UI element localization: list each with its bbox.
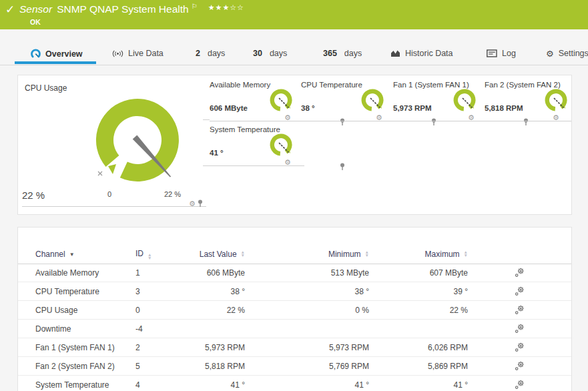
priority-stars[interactable]: ★★★☆☆ bbox=[208, 3, 244, 12]
table-row[interactable]: Available Memory 1 606 MByte 513 MByte 6… bbox=[18, 264, 571, 282]
cell-minimum: 38 ° bbox=[245, 287, 369, 296]
gauge-zero-notch bbox=[108, 164, 116, 174]
cell-minimum: 5,769 RPM bbox=[245, 362, 369, 371]
sort-icon: ▲▼ bbox=[464, 251, 468, 258]
tile-value: 606 MByte bbox=[210, 104, 248, 112]
tile-title: Available Memory bbox=[210, 81, 270, 89]
sensor-title: SNMP QNAP System Health bbox=[57, 3, 189, 15]
status-ok-check-icon: ✓ bbox=[5, 3, 15, 17]
column-header-id[interactable]: ID▲▼ bbox=[135, 249, 176, 260]
tab-overview-label: Overview bbox=[45, 49, 83, 59]
channel-settings-icon[interactable] bbox=[515, 380, 525, 390]
table-row[interactable]: CPU Usage 0 22 % 0 % 22 % bbox=[18, 301, 571, 320]
table-row[interactable]: System Temperature 4 41 ° 41 ° 41 ° bbox=[18, 376, 571, 391]
cell-channel[interactable]: CPU Usage bbox=[18, 306, 135, 315]
tab-historic-data-label: Historic Data bbox=[405, 49, 453, 58]
tab-log[interactable]: Log bbox=[487, 49, 516, 58]
cell-channel[interactable]: Downtime bbox=[18, 324, 135, 334]
tab-historic-data[interactable]: Historic Data bbox=[390, 49, 453, 58]
gear-icon[interactable]: ⚙ bbox=[284, 159, 291, 166]
channel-settings-icon[interactable] bbox=[515, 268, 525, 278]
tab-2-days-unit: days bbox=[208, 49, 225, 58]
gear-icon[interactable]: ⚙ bbox=[553, 114, 559, 121]
column-header-minimum[interactable]: Minimum ▲▼ bbox=[245, 250, 369, 259]
channel-settings-icon[interactable] bbox=[515, 361, 525, 371]
tab-365-days-unit: days bbox=[344, 49, 362, 58]
table-row[interactable]: CPU Temperature 3 38 ° 38 ° 39 ° bbox=[18, 282, 571, 301]
gauge-tile-cpu-temperature: CPU Temperature 38 ° ⚙ bbox=[301, 81, 396, 129]
gear-icon[interactable]: ⚙ bbox=[189, 200, 196, 208]
small-gauge bbox=[265, 85, 297, 117]
table-header-row: Channel ▼ ID▲▼ Last Value ▲▼ Minimum ▲▼ … bbox=[18, 245, 571, 264]
table-row[interactable]: Fan 2 (System FAN 2) 5 5,818 RPM 5,769 R… bbox=[18, 357, 571, 376]
small-gauge bbox=[356, 85, 388, 117]
cpu-tile-actions: ⚙ bbox=[189, 200, 203, 208]
table-row[interactable]: Fan 1 (System FAN 1) 2 5,973 RPM 5,973 R… bbox=[18, 338, 571, 357]
cell-minimum: 41 ° bbox=[245, 380, 369, 390]
column-header-channel[interactable]: Channel ▼ bbox=[18, 250, 135, 259]
x-marker-icon bbox=[98, 171, 102, 175]
gauge-tile-available-memory: Available Memory 606 MByte ⚙ bbox=[210, 81, 304, 129]
cell-maximum: 39 ° bbox=[369, 287, 468, 296]
tab-365-days[interactable]: 365 days bbox=[323, 49, 362, 58]
cell-id: -4 bbox=[135, 324, 176, 334]
tab-overview[interactable]: Overview bbox=[31, 49, 83, 59]
tab-30-days-unit: days bbox=[270, 49, 287, 58]
small-gauge bbox=[540, 85, 572, 117]
cell-minimum: 5,973 RPM bbox=[245, 343, 369, 352]
cpu-gauge-scale-min: 0 bbox=[107, 190, 111, 198]
column-label: Minimum bbox=[328, 250, 361, 259]
log-list-icon bbox=[487, 49, 497, 57]
channels-table-panel: Channel ▼ ID▲▼ Last Value ▲▼ Minimum ▲▼ … bbox=[17, 227, 572, 391]
gear-icon[interactable]: ⚙ bbox=[468, 114, 475, 121]
gauge-tile-fan-2: Fan 2 (System FAN 2) 5,818 RPM ⚙ bbox=[485, 81, 571, 129]
channel-settings-icon[interactable] bbox=[515, 286, 525, 296]
cpu-gauge-scale-max: 22 % bbox=[164, 190, 181, 198]
tab-2-days[interactable]: 2 days bbox=[196, 49, 225, 58]
area-chart-icon bbox=[390, 49, 400, 57]
channel-settings-icon[interactable] bbox=[515, 305, 525, 315]
tab-30-days-number: 30 bbox=[253, 49, 262, 58]
divider bbox=[22, 206, 206, 207]
gear-icon[interactable]: ⚙ bbox=[284, 114, 291, 121]
cell-channel[interactable]: Fan 1 (System FAN 1) bbox=[18, 343, 135, 352]
cell-id: 3 bbox=[135, 287, 176, 296]
cpu-usage-value: 22 % bbox=[22, 189, 45, 201]
cell-channel[interactable]: CPU Temperature bbox=[18, 287, 135, 296]
column-header-maximum[interactable]: Maximum ▲▼ bbox=[369, 250, 468, 259]
tile-value: 5,973 RPM bbox=[393, 104, 432, 112]
pin-icon[interactable] bbox=[340, 163, 345, 171]
cell-id: 0 bbox=[135, 306, 176, 315]
small-gauge bbox=[265, 129, 297, 161]
gauge-tile-fan-1: Fan 1 (System FAN 1) 5,973 RPM ⚙ bbox=[393, 81, 488, 129]
cell-last-value: 38 ° bbox=[176, 287, 245, 296]
gear-icon[interactable]: ⚙ bbox=[376, 114, 382, 121]
channel-settings-icon[interactable] bbox=[515, 324, 525, 334]
cell-channel[interactable]: Fan 2 (System FAN 2) bbox=[18, 362, 135, 371]
pin-icon[interactable] bbox=[198, 200, 203, 208]
cell-channel[interactable]: System Temperature bbox=[18, 380, 135, 390]
column-label: ID bbox=[135, 249, 143, 258]
cell-maximum: 41 ° bbox=[369, 380, 468, 390]
channel-settings-icon[interactable] bbox=[515, 342, 525, 352]
cell-last-value: 5,818 RPM bbox=[176, 362, 245, 371]
table-body: Available Memory 1 606 MByte 513 MByte 6… bbox=[18, 264, 571, 391]
sort-icon: ▲▼ bbox=[148, 254, 152, 260]
cell-last-value: 22 % bbox=[176, 306, 245, 315]
cell-id: 4 bbox=[135, 380, 176, 390]
cell-channel[interactable]: Available Memory bbox=[18, 268, 135, 278]
flag-icon[interactable]: ⚐ bbox=[192, 3, 198, 10]
gauges-panel: CPU Usage 0 22 % 22 % ⚙ Available Memory… bbox=[17, 75, 572, 215]
tile-separator bbox=[203, 119, 210, 120]
table-row[interactable]: Downtime -4 bbox=[18, 320, 571, 338]
active-tab-underline bbox=[15, 61, 96, 64]
object-kind-label: Sensor bbox=[19, 3, 52, 15]
column-header-last-value[interactable]: Last Value ▲▼ bbox=[176, 250, 245, 259]
tab-live-data-label: Live Data bbox=[128, 49, 164, 58]
cell-maximum: 607 MByte bbox=[369, 268, 468, 278]
sensor-tabbar: Overview Live Data 2 days 30 days 365 da… bbox=[0, 29, 588, 65]
tab-30-days[interactable]: 30 days bbox=[253, 49, 287, 58]
tab-live-data[interactable]: Live Data bbox=[112, 49, 164, 58]
tab-365-days-number: 365 bbox=[323, 49, 337, 58]
tab-settings[interactable]: ⚙ Settings bbox=[546, 49, 588, 58]
